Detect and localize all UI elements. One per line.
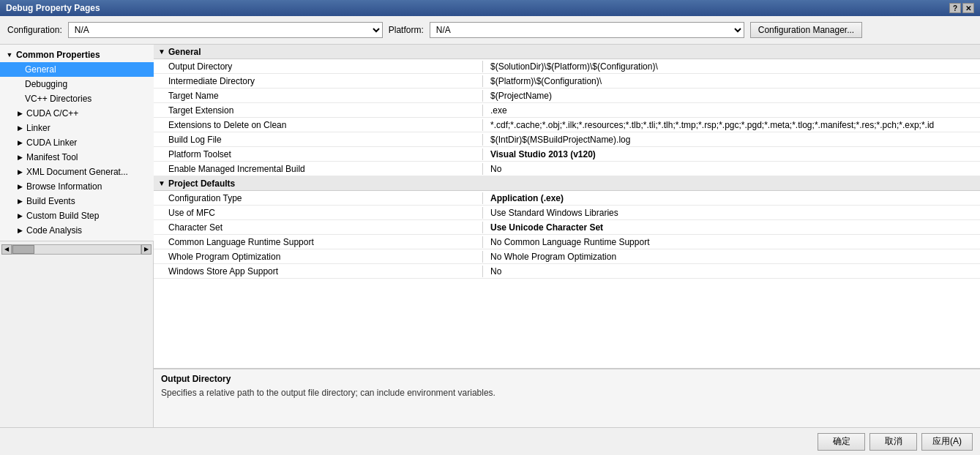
sidebar-label-xml-document: XML Document Generat... bbox=[26, 167, 128, 177]
config-select[interactable]: N/A bbox=[68, 22, 383, 38]
description-text: Specifies a relative path to the output … bbox=[161, 387, 973, 399]
dialog: Configuration: N/A Platform: N/A Configu… bbox=[0, 16, 980, 455]
sidebar-label-debugging: Debugging bbox=[25, 79, 67, 89]
prop-value: Application (.exe) bbox=[483, 193, 980, 203]
sidebar-label-custom-build: Custom Build Step bbox=[26, 211, 99, 221]
table-row[interactable]: Configuration TypeApplication (.exe) bbox=[154, 191, 980, 206]
tree-toggle-browse-info[interactable]: ▶ bbox=[15, 181, 25, 192]
sidebar-label-linker: Linker bbox=[26, 123, 51, 133]
tree-toggle-code-analysis[interactable]: ▶ bbox=[15, 225, 25, 236]
sidebar-label-manifest-tool: Manifest Tool bbox=[26, 152, 78, 162]
sidebar-item-debugging[interactable]: Debugging bbox=[0, 77, 154, 91]
right-panel: ▼GeneralOutput Directory$(SolutionDir)\$… bbox=[154, 45, 980, 427]
table-row[interactable]: Use of MFCUse Standard Windows Libraries bbox=[154, 206, 980, 220]
sidebar-item-cuda-cpp[interactable]: ▶CUDA C/C++ bbox=[0, 106, 154, 121]
prop-value: No bbox=[483, 266, 980, 277]
prop-section-project-defaults: ▼Project Defaults bbox=[154, 176, 980, 191]
table-row[interactable]: Enable Managed Incremental BuildNo bbox=[154, 162, 980, 176]
prop-name: Build Log File bbox=[154, 134, 483, 146]
bottom-buttons: 确定 取消 应用(A) bbox=[0, 427, 980, 455]
table-row[interactable]: Target Name$(ProjectName) bbox=[154, 89, 980, 103]
sidebar-label-common-properties: Common Properties bbox=[16, 50, 100, 60]
prop-name: Configuration Type bbox=[154, 192, 483, 204]
config-bar: Configuration: N/A Platform: N/A Configu… bbox=[0, 16, 980, 45]
sidebar-item-xml-document[interactable]: ▶XML Document Generat... bbox=[0, 165, 154, 179]
sidebar-item-linker[interactable]: ▶Linker bbox=[0, 121, 154, 135]
scroll-left-arrow[interactable]: ◀ bbox=[1, 244, 12, 255]
prop-name: Enable Managed Incremental Build bbox=[154, 163, 483, 175]
sidebar-label-build-events: Build Events bbox=[26, 196, 75, 206]
prop-value: $(SolutionDir)\$(Platform)\$(Configurati… bbox=[483, 61, 980, 72]
description-title: Output Directory bbox=[161, 374, 973, 384]
sidebar-item-common-properties[interactable]: ▼Common Properties bbox=[0, 48, 154, 62]
collapse-icon[interactable]: ▼ bbox=[158, 179, 165, 187]
prop-name: Windows Store App Support bbox=[154, 266, 483, 277]
table-row[interactable]: Target Extension.exe bbox=[154, 103, 980, 118]
prop-name: Use of MFC bbox=[154, 207, 483, 219]
prop-name: Intermediate Directory bbox=[154, 75, 483, 87]
table-row[interactable]: Build Log File$(IntDir)$(MSBuildProjectN… bbox=[154, 132, 980, 147]
prop-value: No Whole Program Optimization bbox=[483, 252, 980, 262]
ok-button[interactable]: 确定 bbox=[818, 433, 865, 451]
sidebar-item-custom-build[interactable]: ▶Custom Build Step bbox=[0, 208, 154, 223]
config-manager-button[interactable]: Configuration Manager... bbox=[750, 22, 862, 38]
sidebar-item-code-analysis[interactable]: ▶Code Analysis bbox=[0, 223, 154, 238]
help-button[interactable]: ? bbox=[949, 3, 961, 13]
title-bar: Debug Property Pages ? ✕ bbox=[0, 0, 980, 16]
tree-toggle-cuda-cpp[interactable]: ▶ bbox=[15, 108, 25, 119]
prop-value: Visual Studio 2013 (v120) bbox=[483, 149, 980, 159]
prop-name: Extensions to Delete on Clean bbox=[154, 119, 483, 131]
tree-toggle-linker[interactable]: ▶ bbox=[15, 123, 25, 133]
prop-name: Output Directory bbox=[154, 61, 483, 72]
prop-name: Target Extension bbox=[154, 105, 483, 116]
platform-label: Platform: bbox=[389, 25, 424, 35]
prop-value: Use Unicode Character Set bbox=[483, 222, 980, 233]
collapse-icon[interactable]: ▼ bbox=[158, 48, 165, 56]
prop-section-general: ▼General bbox=[154, 45, 980, 59]
tree-toggle-xml-document[interactable]: ▶ bbox=[15, 167, 25, 177]
tree-toggle-cuda-linker[interactable]: ▶ bbox=[15, 138, 25, 148]
table-row[interactable]: Output Directory$(SolutionDir)\$(Platfor… bbox=[154, 59, 980, 74]
title-bar-text: Debug Property Pages bbox=[6, 3, 100, 13]
prop-value: $(IntDir)$(MSBuildProjectName).log bbox=[483, 135, 980, 145]
sidebar-scrollbar[interactable]: ◀ ▶ bbox=[0, 241, 153, 257]
sidebar-label-general: General bbox=[25, 64, 56, 75]
sidebar-item-browse-info[interactable]: ▶Browse Information bbox=[0, 179, 154, 194]
sidebar-label-cuda-linker: CUDA Linker bbox=[26, 138, 77, 148]
prop-name: Target Name bbox=[154, 90, 483, 102]
tree-toggle-common-properties[interactable]: ▼ bbox=[4, 50, 15, 60]
tree-toggle-manifest-tool[interactable]: ▶ bbox=[15, 152, 25, 162]
scroll-right-arrow[interactable]: ▶ bbox=[141, 244, 152, 255]
table-row[interactable]: Extensions to Delete on Clean*.cdf;*.cac… bbox=[154, 118, 980, 132]
prop-name: Platform Toolset bbox=[154, 148, 483, 160]
scroll-thumb[interactable] bbox=[12, 245, 34, 254]
section-title: General bbox=[168, 47, 201, 57]
table-row[interactable]: Character SetUse Unicode Character Set bbox=[154, 220, 980, 235]
tree-toggle-custom-build[interactable]: ▶ bbox=[15, 211, 25, 221]
sidebar-label-browse-info: Browse Information bbox=[26, 181, 102, 192]
platform-select[interactable]: N/A bbox=[430, 22, 744, 38]
table-row[interactable]: Platform ToolsetVisual Studio 2013 (v120… bbox=[154, 147, 980, 162]
table-row[interactable]: Whole Program OptimizationNo Whole Progr… bbox=[154, 249, 980, 264]
table-row[interactable]: Common Language Runtime SupportNo Common… bbox=[154, 235, 980, 249]
sidebar-item-vc-directories[interactable]: VC++ Directories bbox=[0, 91, 154, 106]
prop-name: Whole Program Optimization bbox=[154, 251, 483, 263]
sidebar-item-build-events[interactable]: ▶Build Events bbox=[0, 194, 154, 208]
section-title: Project Defaults bbox=[168, 178, 235, 189]
property-grid: ▼GeneralOutput Directory$(SolutionDir)\$… bbox=[154, 45, 980, 369]
close-button[interactable]: ✕ bbox=[962, 3, 974, 13]
sidebar-item-cuda-linker[interactable]: ▶CUDA Linker bbox=[0, 135, 154, 150]
cancel-button[interactable]: 取消 bbox=[869, 433, 917, 451]
table-row[interactable]: Windows Store App SupportNo bbox=[154, 264, 980, 279]
prop-value: $(Platform)\$(Configuration)\ bbox=[483, 76, 980, 86]
tree-toggle-build-events[interactable]: ▶ bbox=[15, 196, 25, 206]
config-label: Configuration: bbox=[7, 25, 62, 35]
sidebar-label-vc-directories: VC++ Directories bbox=[25, 94, 91, 104]
description-panel: Output Directory Specifies a relative pa… bbox=[154, 369, 980, 427]
prop-value: .exe bbox=[483, 105, 980, 116]
sidebar-wrapper: ▼Common PropertiesGeneralDebuggingVC++ D… bbox=[0, 45, 154, 427]
table-row[interactable]: Intermediate Directory$(Platform)\$(Conf… bbox=[154, 74, 980, 89]
sidebar-item-manifest-tool[interactable]: ▶Manifest Tool bbox=[0, 150, 154, 165]
sidebar-item-general[interactable]: General bbox=[0, 62, 154, 77]
apply-button[interactable]: 应用(A) bbox=[921, 433, 973, 451]
